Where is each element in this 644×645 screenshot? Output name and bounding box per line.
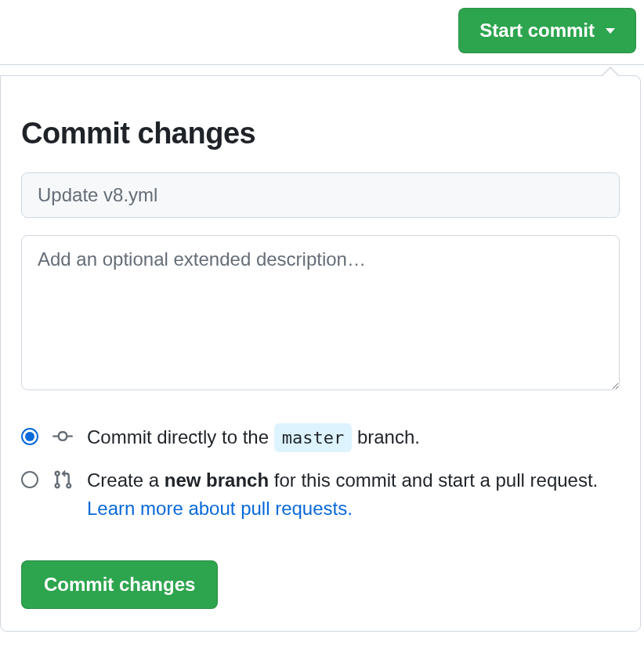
radio-option-new-branch[interactable]: Create a new branch for this commit and … <box>21 466 620 523</box>
popover-heading: Commit changes <box>21 117 620 150</box>
commit-popover: Commit changes Commit directly to the ma… <box>0 75 641 632</box>
caret-down-icon <box>606 28 615 34</box>
radio-new-branch-label: Create a new branch for this commit and … <box>87 466 620 523</box>
commit-changes-label: Commit changes <box>44 574 195 595</box>
git-commit-icon <box>52 426 73 447</box>
radio-new-branch-input[interactable] <box>21 471 38 488</box>
commit-description-textarea[interactable] <box>21 235 620 390</box>
radio-option-direct[interactable]: Commit directly to the master branch. <box>21 423 620 452</box>
commit-summary-input[interactable] <box>21 172 620 218</box>
commit-target-radio-group: Commit directly to the master branch. Cr… <box>21 423 620 523</box>
git-pull-request-icon <box>52 469 73 490</box>
learn-more-link[interactable]: Learn more about pull requests. <box>87 498 353 519</box>
radio-direct-label: Commit directly to the master branch. <box>87 423 620 452</box>
start-commit-label: Start commit <box>479 20 595 42</box>
commit-changes-button[interactable]: Commit changes <box>21 560 218 609</box>
radio-direct-input[interactable] <box>21 428 38 445</box>
branch-chip: master <box>274 423 352 452</box>
start-commit-button[interactable]: Start commit <box>458 8 636 53</box>
